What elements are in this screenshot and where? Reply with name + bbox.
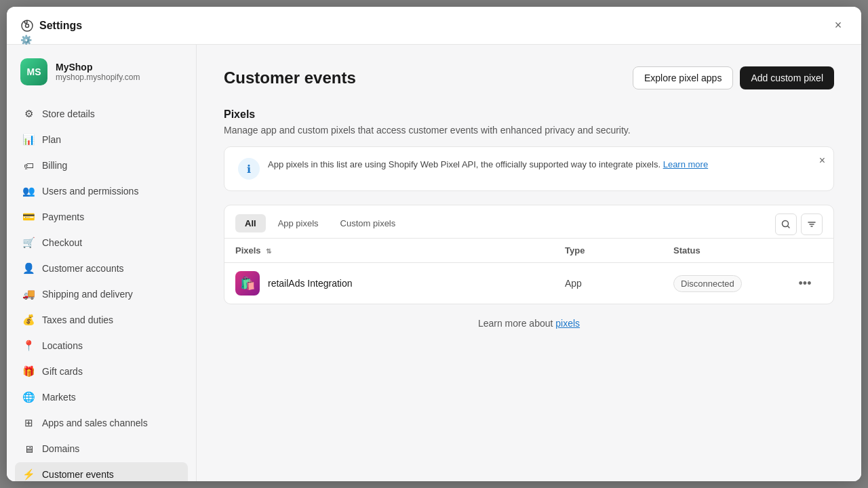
sidebar-item-label: Markets xyxy=(42,392,76,403)
sort-icon: ⇅ xyxy=(266,247,271,255)
sidebar-item-label: Gift cards xyxy=(42,366,83,377)
shipping-delivery-icon: 🚚 xyxy=(22,287,35,301)
sidebar-item-apps-sales-channels[interactable]: ⊞ Apps and sales channels xyxy=(15,411,188,435)
tab-app-pixels[interactable]: App pixels xyxy=(269,214,328,232)
pixel-table: All App pixels Custom pixels xyxy=(224,205,834,304)
status-badge: Disconnected xyxy=(673,275,742,292)
store-info: MyShop myshop.myshopify.com xyxy=(56,62,140,82)
tab-actions xyxy=(775,214,823,235)
sidebar-item-shipping-delivery[interactable]: 🚚 Shipping and delivery xyxy=(15,282,188,306)
sidebar-item-label: Apps and sales channels xyxy=(42,418,148,428)
sidebar-item-payments[interactable]: 💳 Payments xyxy=(15,205,188,229)
store-name: MyShop xyxy=(56,62,140,73)
sidebar-item-label: Domains xyxy=(42,443,79,454)
sidebar-item-plan[interactable]: 📊 Plan xyxy=(15,127,188,152)
content-area: Customer events Explore pixel apps Add c… xyxy=(197,45,861,481)
payments-icon: 💳 xyxy=(22,210,35,224)
sidebar: MS MyShop myshop.myshopify.com ⚙ Store d… xyxy=(7,45,197,481)
settings-icon: ⚙️ xyxy=(20,19,34,33)
table-row: 🛍️ retailAds Integration App Disconnecte… xyxy=(224,263,833,304)
customer-events-icon: ⚡ xyxy=(22,468,35,481)
close-button[interactable]: × xyxy=(829,16,848,35)
checkout-icon: 🛒 xyxy=(22,236,35,249)
learn-more-link[interactable]: Learn more xyxy=(663,159,708,169)
store-details-icon: ⚙ xyxy=(22,107,35,121)
nav-list: ⚙ Store details 📊 Plan 🏷 Billing 👥 Users… xyxy=(15,102,188,481)
pixel-name: retailAds Integration xyxy=(268,278,353,289)
taxes-duties-icon: 💰 xyxy=(22,313,35,327)
sidebar-item-label: Checkout xyxy=(42,237,82,248)
customer-accounts-icon: 👤 xyxy=(22,262,35,275)
pixel-app-icon: 🛍️ xyxy=(235,271,260,296)
pixels-section-title: Pixels xyxy=(224,108,834,121)
pixel-cell: 🛍️ retailAds Integration xyxy=(235,271,565,296)
titlebar: ⚙️ Settings × xyxy=(7,7,861,45)
users-permissions-icon: 👥 xyxy=(22,184,35,198)
banner-text: App pixels in this list are using Shopif… xyxy=(268,158,820,171)
settings-window: ⚙️ Settings × MS MyShop myshop.myshopify… xyxy=(7,7,861,481)
pixels-link[interactable]: pixels xyxy=(555,318,580,329)
domains-icon: 🖥 xyxy=(22,442,35,455)
sidebar-item-label: Customer events xyxy=(42,469,114,480)
sidebar-item-label: Customer accounts xyxy=(42,263,124,274)
table-header: Pixels ⇅ Type Status xyxy=(224,239,833,263)
content-header: Customer events Explore pixel apps Add c… xyxy=(224,66,834,89)
col-type: Type xyxy=(565,245,673,256)
add-custom-pixel-button[interactable]: Add custom pixel xyxy=(740,66,834,89)
sidebar-item-taxes-duties[interactable]: 💰 Taxes and duties xyxy=(15,308,188,332)
header-actions: Explore pixel apps Add custom pixel xyxy=(633,66,834,89)
sidebar-item-locations[interactable]: 📍 Locations xyxy=(15,333,188,358)
pixel-type: App xyxy=(565,278,673,289)
avatar: MS xyxy=(20,58,47,85)
col-status: Status xyxy=(673,245,795,256)
sidebar-item-gift-cards[interactable]: 🎁 Gift cards xyxy=(15,359,188,384)
sidebar-item-label: Payments xyxy=(42,211,84,222)
sidebar-item-customer-events[interactable]: ⚡ Customer events xyxy=(15,462,188,481)
store-url: myshop.myshopify.com xyxy=(56,73,140,82)
sidebar-item-domains[interactable]: 🖥 Domains xyxy=(15,436,188,461)
pixels-section: Pixels Manage app and custom pixels that… xyxy=(224,108,834,342)
search-button[interactable] xyxy=(775,214,797,235)
sidebar-item-label: Plan xyxy=(42,134,61,145)
banner-close-button[interactable]: × xyxy=(819,155,825,166)
markets-icon: 🌐 xyxy=(22,390,35,404)
locations-icon: 📍 xyxy=(22,339,35,352)
sidebar-item-label: Store details xyxy=(42,108,95,119)
footer-learn-more: Learn more about pixels xyxy=(224,304,834,342)
pixel-status-cell: Disconnected xyxy=(673,275,795,292)
sidebar-item-label: Locations xyxy=(42,340,83,351)
sidebar-item-checkout[interactable]: 🛒 Checkout xyxy=(15,230,188,255)
row-more-button[interactable]: ••• xyxy=(795,274,814,293)
pixels-section-desc: Manage app and custom pixels that access… xyxy=(224,125,834,136)
sidebar-item-label: Billing xyxy=(42,160,67,171)
store-header: MS MyShop myshop.myshopify.com xyxy=(15,58,188,85)
sidebar-item-customer-accounts[interactable]: 👤 Customer accounts xyxy=(15,256,188,281)
tab-custom-pixels[interactable]: Custom pixels xyxy=(331,214,406,232)
sidebar-item-billing[interactable]: 🏷 Billing xyxy=(15,153,188,178)
sidebar-item-label: Shipping and delivery xyxy=(42,289,133,300)
sidebar-item-users-permissions[interactable]: 👥 Users and permissions xyxy=(15,179,188,203)
plan-icon: 📊 xyxy=(22,133,35,146)
window-title: Settings xyxy=(39,20,829,32)
sidebar-item-label: Taxes and duties xyxy=(42,314,113,325)
info-banner: ℹ App pixels in this list are using Shop… xyxy=(224,146,834,191)
col-pixels: Pixels ⇅ xyxy=(235,245,565,256)
sidebar-item-store-details[interactable]: ⚙ Store details xyxy=(15,102,188,126)
apps-sales-channels-icon: ⊞ xyxy=(22,416,35,430)
sidebar-item-markets[interactable]: 🌐 Markets xyxy=(15,385,188,409)
main-layout: MS MyShop myshop.myshopify.com ⚙ Store d… xyxy=(7,45,861,481)
sort-button[interactable] xyxy=(801,214,823,235)
tab-bar: All App pixels Custom pixels xyxy=(224,205,833,239)
page-title: Customer events xyxy=(224,68,356,87)
sidebar-item-label: Users and permissions xyxy=(42,186,138,197)
gift-cards-icon: 🎁 xyxy=(22,365,35,378)
explore-pixel-apps-button[interactable]: Explore pixel apps xyxy=(633,66,733,89)
tab-all[interactable]: All xyxy=(235,214,266,232)
info-icon: ℹ xyxy=(238,158,260,180)
billing-icon: 🏷 xyxy=(22,159,35,172)
